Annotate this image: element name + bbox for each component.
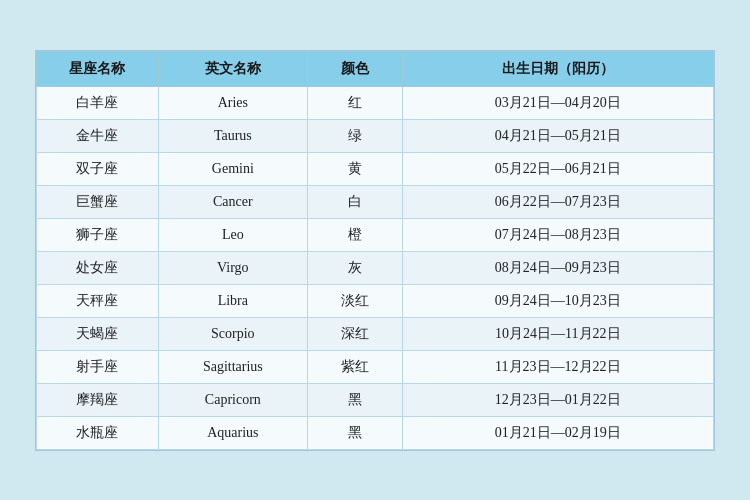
cell-english: Sagittarius <box>158 350 307 383</box>
cell-color: 灰 <box>307 251 402 284</box>
cell-chinese: 天秤座 <box>37 284 159 317</box>
cell-color: 橙 <box>307 218 402 251</box>
table-row: 巨蟹座Cancer白06月22日—07月23日 <box>37 185 714 218</box>
table-row: 双子座Gemini黄05月22日—06月21日 <box>37 152 714 185</box>
cell-color: 黄 <box>307 152 402 185</box>
cell-color: 红 <box>307 86 402 119</box>
table-row: 处女座Virgo灰08月24日—09月23日 <box>37 251 714 284</box>
cell-english: Libra <box>158 284 307 317</box>
cell-date: 07月24日—08月23日 <box>402 218 713 251</box>
header-date: 出生日期（阳历） <box>402 51 713 86</box>
table-row: 射手座Sagittarius紫红11月23日—12月22日 <box>37 350 714 383</box>
cell-english: Virgo <box>158 251 307 284</box>
cell-chinese: 摩羯座 <box>37 383 159 416</box>
cell-english: Capricorn <box>158 383 307 416</box>
cell-english: Leo <box>158 218 307 251</box>
cell-color: 黑 <box>307 416 402 449</box>
cell-color: 淡红 <box>307 284 402 317</box>
cell-chinese: 白羊座 <box>37 86 159 119</box>
cell-chinese: 水瓶座 <box>37 416 159 449</box>
cell-english: Scorpio <box>158 317 307 350</box>
table-row: 狮子座Leo橙07月24日—08月23日 <box>37 218 714 251</box>
cell-chinese: 天蝎座 <box>37 317 159 350</box>
table-row: 金牛座Taurus绿04月21日—05月21日 <box>37 119 714 152</box>
cell-chinese: 金牛座 <box>37 119 159 152</box>
cell-color: 白 <box>307 185 402 218</box>
table-row: 天秤座Libra淡红09月24日—10月23日 <box>37 284 714 317</box>
cell-date: 10月24日—11月22日 <box>402 317 713 350</box>
table-row: 摩羯座Capricorn黑12月23日—01月22日 <box>37 383 714 416</box>
cell-english: Cancer <box>158 185 307 218</box>
zodiac-table-container: 星座名称 英文名称 颜色 出生日期（阳历） 白羊座Aries红03月21日—04… <box>35 50 715 451</box>
cell-english: Taurus <box>158 119 307 152</box>
cell-date: 04月21日—05月21日 <box>402 119 713 152</box>
cell-date: 12月23日—01月22日 <box>402 383 713 416</box>
cell-color: 紫红 <box>307 350 402 383</box>
table-row: 白羊座Aries红03月21日—04月20日 <box>37 86 714 119</box>
cell-chinese: 狮子座 <box>37 218 159 251</box>
cell-english: Aries <box>158 86 307 119</box>
cell-english: Aquarius <box>158 416 307 449</box>
cell-date: 09月24日—10月23日 <box>402 284 713 317</box>
cell-color: 黑 <box>307 383 402 416</box>
cell-chinese: 处女座 <box>37 251 159 284</box>
table-row: 水瓶座Aquarius黑01月21日—02月19日 <box>37 416 714 449</box>
table-row: 天蝎座Scorpio深红10月24日—11月22日 <box>37 317 714 350</box>
cell-date: 11月23日—12月22日 <box>402 350 713 383</box>
cell-date: 06月22日—07月23日 <box>402 185 713 218</box>
cell-date: 08月24日—09月23日 <box>402 251 713 284</box>
cell-chinese: 巨蟹座 <box>37 185 159 218</box>
cell-date: 05月22日—06月21日 <box>402 152 713 185</box>
cell-color: 深红 <box>307 317 402 350</box>
zodiac-table: 星座名称 英文名称 颜色 出生日期（阳历） 白羊座Aries红03月21日—04… <box>36 51 714 450</box>
header-english: 英文名称 <box>158 51 307 86</box>
cell-date: 01月21日—02月19日 <box>402 416 713 449</box>
cell-english: Gemini <box>158 152 307 185</box>
cell-chinese: 双子座 <box>37 152 159 185</box>
cell-date: 03月21日—04月20日 <box>402 86 713 119</box>
header-chinese: 星座名称 <box>37 51 159 86</box>
header-color: 颜色 <box>307 51 402 86</box>
cell-color: 绿 <box>307 119 402 152</box>
cell-chinese: 射手座 <box>37 350 159 383</box>
table-header-row: 星座名称 英文名称 颜色 出生日期（阳历） <box>37 51 714 86</box>
